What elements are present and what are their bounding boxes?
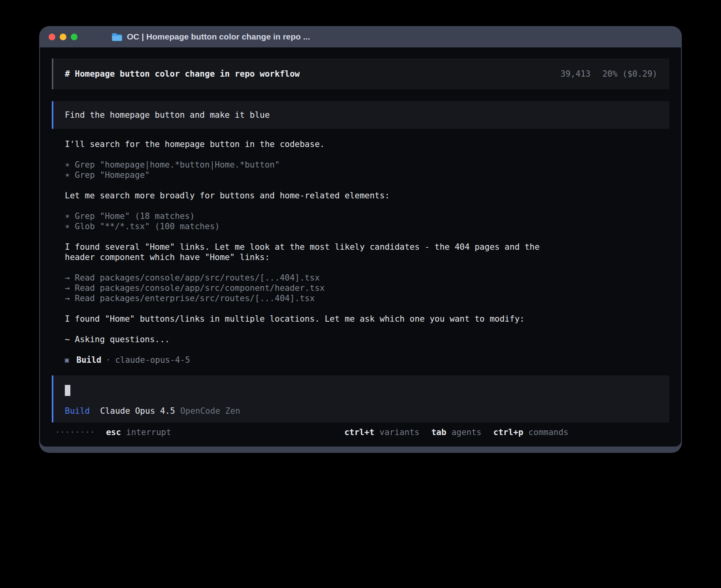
text-cursor bbox=[65, 385, 70, 396]
window-title-group: OC | Homepage button color change in rep… bbox=[111, 32, 310, 41]
esc-key: esc bbox=[106, 427, 121, 437]
shortcut-hint-commands: ctrl+p commands bbox=[493, 427, 568, 437]
tool-call-grep: ∗ Grep "homepage|home.*button|Home.*butt… bbox=[65, 160, 669, 170]
token-count: 39,413 bbox=[561, 69, 591, 79]
status-bar: ········ esc interrupt ctrl+t variants t… bbox=[52, 427, 669, 437]
tool-call-group: ∗ Grep "Home" (18 matches) ∗ Glob "**/*.… bbox=[65, 211, 669, 232]
terminal-content: # Homepage button color change in repo w… bbox=[40, 47, 681, 447]
folder-icon bbox=[111, 32, 122, 41]
agent-mode-label: Build bbox=[65, 406, 90, 416]
shortcut-label: commands bbox=[528, 427, 568, 437]
desktop-background: OC | Homepage button color change in rep… bbox=[0, 0, 721, 588]
file-read-line: → Read packages/console/app/src/routes/[… bbox=[65, 273, 669, 283]
terminal-window: OC | Homepage button color change in rep… bbox=[39, 26, 682, 453]
agent-icon: ▣ bbox=[65, 355, 69, 365]
file-read-group: → Read packages/console/app/src/routes/[… bbox=[65, 273, 669, 303]
session-header: # Homepage button color change in repo w… bbox=[52, 58, 669, 89]
agent-separator: · bbox=[106, 355, 111, 365]
esc-interrupt-hint: esc interrupt bbox=[106, 427, 171, 437]
shortcut-label: variants bbox=[379, 427, 419, 437]
shortcut-hints: ctrl+t variants tab agents ctrl+p comman… bbox=[344, 427, 568, 437]
context-usage: 20% ($0.29) bbox=[602, 69, 657, 79]
asking-status-line: ~ Asking questions... bbox=[65, 334, 549, 345]
close-window-button[interactable] bbox=[49, 34, 55, 40]
window-title: OC | Homepage button color change in rep… bbox=[127, 32, 310, 41]
input-mode-line: Build Claude Opus 4.5 OpenCode Zen bbox=[65, 406, 657, 416]
shortcut-hint-agents: tab agents bbox=[431, 427, 481, 437]
agent-name: Build bbox=[76, 355, 101, 365]
spinner-dots: ········ bbox=[55, 427, 95, 437]
assistant-text: I found several "Home" links. Let me loo… bbox=[65, 242, 549, 262]
assistant-response: I'll search for the homepage button in t… bbox=[65, 139, 669, 365]
user-message-text: Find the homepage button and make it blu… bbox=[65, 110, 270, 120]
minimize-window-button[interactable] bbox=[60, 34, 66, 40]
shortcut-hint-variants: ctrl+t variants bbox=[344, 427, 419, 437]
provider-label: OpenCode Zen bbox=[180, 406, 240, 416]
session-stats: 39,413 20% ($0.29) bbox=[561, 69, 657, 79]
assistant-text: I found "Home" buttons/links in multiple… bbox=[65, 314, 549, 324]
assistant-text: Let me search more broadly for buttons a… bbox=[65, 190, 549, 201]
tool-call-glob: ∗ Glob "**/*.tsx" (100 matches) bbox=[65, 221, 669, 232]
prompt-input[interactable]: Build Claude Opus 4.5 OpenCode Zen bbox=[52, 375, 669, 422]
maximize-window-button[interactable] bbox=[71, 34, 77, 40]
tool-call-grep: ∗ Grep "Home" (18 matches) bbox=[65, 211, 669, 221]
assistant-text: I'll search for the homepage button in t… bbox=[65, 139, 549, 149]
traffic-lights bbox=[49, 34, 77, 40]
user-message-block: Find the homepage button and make it blu… bbox=[52, 101, 669, 129]
agent-model: claude-opus-4-5 bbox=[115, 355, 190, 365]
tool-call-grep: ∗ Grep "Homepage" bbox=[65, 170, 669, 180]
model-label: Claude Opus 4.5 bbox=[100, 406, 175, 416]
shortcut-key: ctrl+t bbox=[344, 427, 374, 437]
shortcut-key: ctrl+p bbox=[493, 427, 523, 437]
session-title: # Homepage button color change in repo w… bbox=[65, 69, 300, 79]
agent-status-line: ▣ Build · claude-opus-4-5 bbox=[65, 355, 669, 365]
file-read-line: → Read packages/console/app/src/componen… bbox=[65, 283, 669, 293]
tool-call-group: ∗ Grep "homepage|home.*button|Home.*butt… bbox=[65, 160, 669, 180]
esc-label: interrupt bbox=[126, 427, 171, 437]
file-read-line: → Read packages/enterprise/src/routes/[.… bbox=[65, 293, 669, 303]
shortcut-label: agents bbox=[451, 427, 481, 437]
shortcut-key: tab bbox=[431, 427, 446, 437]
window-titlebar[interactable]: OC | Homepage button color change in rep… bbox=[40, 26, 681, 47]
